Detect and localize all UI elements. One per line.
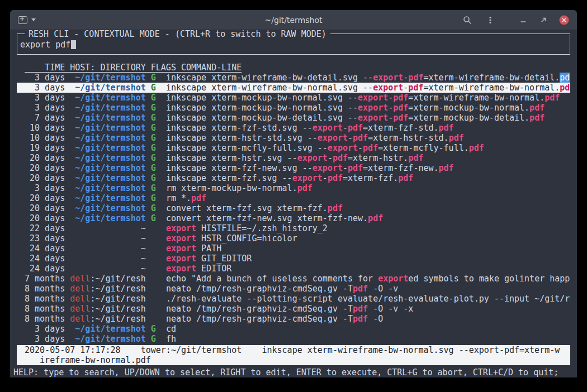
row-host: ~/git/termshot	[75, 143, 145, 153]
history-row[interactable]: 3 days ~/git/termshot G rm xterm-mockup-…	[17, 183, 570, 193]
history-row[interactable]: 7 days ~/git/termshot G inkscape xterm-m…	[17, 113, 570, 123]
history-row[interactable]: 8 months dell:~/git/resh neato /tmp/resh…	[17, 314, 570, 324]
history-row[interactable]: 24 days ~ export PATH	[17, 243, 570, 254]
table-header: TIME HOST: DIRECTORY FLAGS COMMAND-LINE	[17, 63, 570, 73]
row-command-segment: -	[358, 143, 363, 153]
history-row[interactable]: 20 days ~/git/termshot G rm *.pdf	[17, 193, 570, 203]
row-gap	[156, 233, 166, 243]
row-command-segment: pdf	[449, 133, 464, 143]
row-command-segment: ed symbols to make golinter happ	[408, 274, 570, 284]
row-gap	[156, 304, 166, 314]
row-command-segment: cd	[166, 324, 176, 334]
row-host: ~/git/termshot	[75, 123, 145, 133]
close-icon[interactable]	[559, 15, 569, 25]
row-command-segment: =xterm-mockup-bw-detail.	[408, 113, 529, 123]
history-row[interactable]: 8 months dell:~/git/resh neato /tmp/resh…	[17, 284, 570, 294]
row-gap	[156, 113, 166, 123]
history-row[interactable]: 3 days ~/git/termshot G inkscape xterm-m…	[17, 93, 570, 103]
row-command-segment: =xterm-fzf-std.	[363, 123, 438, 133]
history-row[interactable]: 23 days ~ export HSTR_CONFIG=hicolor	[17, 233, 570, 243]
row-command-segment: -	[343, 123, 348, 133]
history-row[interactable]: 24 days ~ export EDITOR	[17, 264, 570, 274]
history-row[interactable]: 3 days ~/git/termshot G inkscape xterm-w…	[17, 73, 570, 83]
row-command-segment: export	[297, 153, 328, 163]
new-tab-icon[interactable]	[18, 16, 27, 24]
row-time: 20 days	[25, 163, 70, 173]
row-gap	[146, 73, 151, 83]
row-command-segment: pdf	[469, 143, 484, 153]
history-row[interactable]: 20 days ~/git/termshot G convert xterm-f…	[17, 203, 570, 213]
row-command-segment: -	[403, 83, 408, 93]
history-row[interactable]: 22 days ~ export HISTFILE=~/.zsh_history…	[17, 223, 570, 233]
row-command-segment: -	[388, 113, 393, 123]
row-command-segment: pdf	[529, 103, 545, 113]
row-command-segment: export	[166, 243, 196, 254]
row-command-segment: pdf	[439, 123, 454, 133]
row-flag: G	[151, 173, 156, 183]
row-command-segment: inkscape xterm-mcfly-full.svg --	[166, 143, 328, 153]
terminal-window: ~/git/termshot RESH CLI -	[10, 10, 577, 377]
row-host-pad	[70, 233, 140, 243]
history-row[interactable]: 3 days ~/git/termshot G cd	[17, 324, 570, 334]
history-row[interactable]: 10 days ~/git/termshot G inkscape xterm-…	[17, 123, 570, 133]
history-row[interactable]: 20 days ~/git/termshot G convert xterm-f…	[17, 213, 570, 223]
row-host-pad	[70, 203, 75, 213]
row-gap	[146, 304, 151, 314]
row-time: 8 months	[25, 294, 70, 304]
row-host-pad	[70, 243, 140, 254]
row-time: 3 days	[25, 73, 70, 83]
search-box[interactable]: RESH CLI - CONTEXTUAL MODE - (CTRL+R to …	[17, 34, 570, 55]
row-host: ~/git/termshot	[75, 113, 145, 123]
row-flag: G	[151, 143, 156, 153]
row-flag	[151, 284, 156, 294]
row-gap	[156, 254, 166, 264]
search-query[interactable]: export pdf	[20, 40, 70, 50]
row-host-pad	[70, 113, 75, 123]
row-command-segment: pdf	[348, 163, 363, 173]
row-command-segment: pdf	[191, 193, 206, 203]
row-time: 20 days	[25, 203, 70, 213]
history-row[interactable]: 8 months dell:~/git/resh neato /tmp/resh…	[17, 304, 570, 314]
row-command-segment: ./resh-evaluate --plotting-script evalua…	[166, 294, 570, 304]
menu-kebab-icon[interactable]	[486, 16, 495, 25]
row-flag	[151, 264, 156, 274]
row-host-pad	[70, 254, 140, 264]
row-command-segment: =xterm-fzf.	[343, 173, 398, 183]
minimize-icon[interactable]	[519, 16, 528, 25]
history-row[interactable]: 10 days ~/git/termshot G inkscape xterm-…	[17, 133, 570, 143]
history-row[interactable]: 7 months dell:~/git/resh echo "Add a bun…	[17, 274, 570, 284]
search-icon[interactable]	[463, 16, 472, 25]
row-command-segment: inkscape xterm-wireframe-bw-normal.svg -…	[166, 83, 373, 93]
help-bar: HELP: type to search, UP/DOWN to select,…	[10, 367, 577, 377]
row-command-segment: export	[313, 123, 343, 133]
row-gap	[156, 264, 166, 274]
row-command-segment: inkscape xterm-mockup-bw-normal.svg --	[166, 103, 358, 113]
row-gap	[146, 213, 151, 223]
row-host: ~/git/termshot	[75, 153, 145, 163]
chevron-down-icon[interactable]	[31, 18, 36, 21]
row-gap	[156, 314, 166, 324]
row-host: ~/git/termshot	[75, 83, 145, 93]
row-gap	[146, 133, 151, 143]
row-command-segment: pdf	[393, 93, 408, 103]
row-host: :~/git/resh	[90, 314, 145, 324]
row-host: dell	[70, 304, 90, 314]
history-row[interactable]: 3 days ~/git/termshot G inkscape xterm-w…	[17, 83, 570, 93]
history-row[interactable]: 8 months dell:~/git/resh ./resh-evaluate…	[17, 294, 570, 304]
history-row[interactable]: 20 days ~/git/termshot G inkscape xterm-…	[17, 153, 570, 163]
row-gap	[156, 173, 166, 183]
row-gap	[146, 274, 151, 284]
history-row[interactable]: 20 days ~/git/termshot G inkscape xterm-…	[17, 173, 570, 183]
restore-icon[interactable]	[539, 16, 548, 25]
row-time: 20 days	[25, 193, 70, 203]
history-row[interactable]: 3 days ~/git/termshot G inkscape xterm-m…	[17, 103, 570, 113]
row-host-pad	[70, 173, 75, 183]
history-row[interactable]: 24 days ~ export GIT_EDITOR	[17, 254, 570, 264]
history-row[interactable]: 3 days ~/git/termshot G fh	[17, 334, 570, 344]
history-row[interactable]: 20 days ~/git/termshot G inkscape xterm-…	[17, 163, 570, 173]
row-host: ~/git/termshot	[75, 334, 145, 344]
history-row[interactable]: 19 days ~/git/termshot G inkscape xterm-…	[17, 143, 570, 153]
row-host: dell	[70, 274, 90, 284]
row-host: ~/git/termshot	[75, 93, 145, 103]
row-command-segment: pdf	[545, 93, 560, 103]
